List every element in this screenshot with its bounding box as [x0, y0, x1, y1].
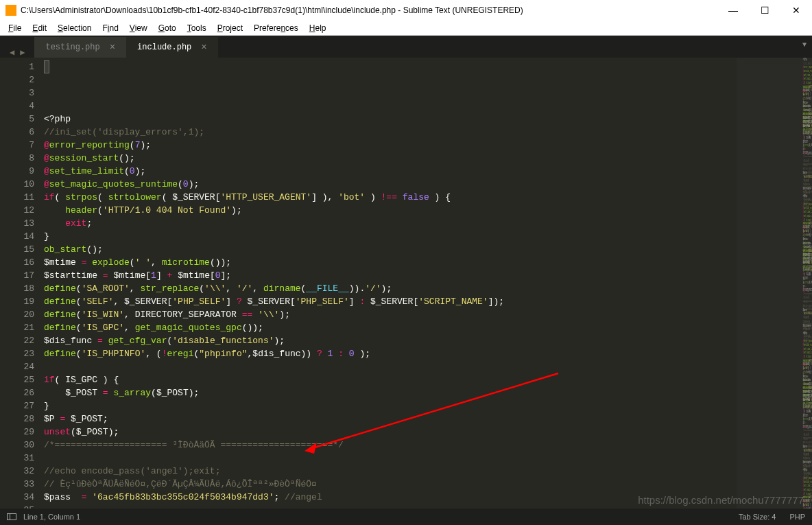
- menu-tools[interactable]: Tools: [182, 22, 212, 34]
- code-line[interactable]: define('IS_WIN', DIRECTORY_SEPARATOR == …: [44, 308, 812, 321]
- statusbar: Line 1, Column 1 Tab Size: 4 PHP: [0, 509, 812, 525]
- line-number: 17: [0, 269, 34, 282]
- line-number: 14: [0, 230, 34, 243]
- line-number: 20: [0, 308, 34, 321]
- line-number: 34: [0, 491, 34, 504]
- line-number: 10: [0, 178, 34, 191]
- side-panel-toggle-icon[interactable]: [7, 513, 16, 520]
- code-line[interactable]: /*===================== ³ÌĐòÅäÖÃ =======…: [44, 439, 812, 452]
- line-number: 27: [0, 399, 34, 412]
- code-line[interactable]: <?php: [44, 113, 812, 126]
- line-number: 21: [0, 321, 34, 334]
- code-line[interactable]: //ini_set('display_errors',1);: [44, 126, 812, 139]
- line-number-gutter[interactable]: 1234567891011121314151617181920212223242…: [0, 58, 44, 509]
- line-number: 9: [0, 165, 34, 178]
- code-line[interactable]: header('HTTP/1.0 404 Not Found');: [44, 204, 812, 217]
- minimize-button[interactable]: —: [717, 0, 749, 21]
- menu-view[interactable]: View: [124, 22, 153, 34]
- menu-file[interactable]: File: [3, 22, 27, 34]
- line-number: 1: [0, 60, 34, 73]
- code-line[interactable]: }: [44, 399, 812, 412]
- code-line[interactable]: if( strpos( strtolower( $_SERVER['HTTP_U…: [44, 191, 812, 204]
- menu-project[interactable]: Project: [212, 22, 248, 34]
- tab-label: testing.php: [45, 43, 99, 52]
- line-number: 33: [0, 478, 34, 491]
- code-line[interactable]: define('IS_GPC', get_magic_quotes_gpc())…: [44, 321, 812, 334]
- window-titlebar: C:\Users\Administrator\Downloads\10b1cf9…: [0, 0, 812, 21]
- menu-goto[interactable]: Goto: [153, 22, 182, 34]
- tab-testing-php[interactable]: testing.php ×: [34, 37, 126, 58]
- line-number: 28: [0, 412, 34, 425]
- line-number: 6: [0, 126, 34, 139]
- line-number: 4: [0, 100, 34, 113]
- close-button[interactable]: ✕: [780, 0, 812, 21]
- line-number: 15: [0, 243, 34, 256]
- tab-include-php[interactable]: include.php ×: [126, 37, 218, 58]
- line-number: 13: [0, 217, 34, 230]
- app-icon: [5, 5, 16, 16]
- tab-overflow-dropdown-icon[interactable]: ▼: [802, 41, 807, 49]
- tab-history-forward-icon[interactable]: ▶: [17, 47, 27, 58]
- window-title: C:\Users\Administrator\Downloads\10b1cf9…: [21, 5, 523, 15]
- code-line[interactable]: // Èç¹ûĐèÒªÃÜÂëÑéÖ¤,ÇëĐ´ĂµÇÂ¼ÃÜÂë,Áô¿ÕÎª…: [44, 478, 812, 491]
- line-number: 25: [0, 373, 34, 386]
- line-number: 5: [0, 113, 34, 126]
- line-number: 11: [0, 191, 34, 204]
- tab-label: include.php: [137, 43, 191, 52]
- code-line[interactable]: define('IS_PHPINFO', (!eregi("phpinfo",$…: [44, 347, 812, 360]
- code-line[interactable]: }: [44, 230, 812, 243]
- code-line[interactable]: $_POST = s_array($_POST);: [803, 140, 812, 144]
- code-line[interactable]: define('SELF', $_SERVER['PHP_SELF'] ? $_…: [44, 295, 812, 308]
- code-line[interactable]: /*===================== ³ÌĐòÅäÖÃ =======…: [803, 156, 812, 160]
- code-line[interactable]: $P = $_POST;: [44, 412, 812, 425]
- editor: 1234567891011121314151617181920212223242…: [0, 58, 812, 509]
- line-number: 31: [0, 452, 34, 465]
- code-line[interactable]: define('IS_PHPINFO', (!eregi("phpinfo",$…: [803, 128, 812, 132]
- line-number: 29: [0, 425, 34, 439]
- code-line[interactable]: @set_magic_quotes_runtime(0);: [44, 178, 812, 191]
- code-line[interactable]: ob_start();: [44, 243, 812, 256]
- code-line[interactable]: [44, 452, 812, 465]
- menu-selection[interactable]: Selection: [52, 22, 97, 34]
- cursor-position[interactable]: Line 1, Column 1: [23, 513, 80, 521]
- code-area[interactable]: <?php//ini_set('display_errors',1);@erro…: [44, 58, 812, 509]
- line-number: 7: [0, 139, 34, 152]
- tab-nav-arrows: ◀ ▶: [0, 47, 34, 58]
- tab-size-indicator[interactable]: Tab Size: 4: [739, 513, 776, 521]
- close-icon[interactable]: ×: [110, 42, 115, 53]
- menu-preferences[interactable]: Preferences: [248, 22, 304, 34]
- line-number: 30: [0, 439, 34, 452]
- close-icon[interactable]: ×: [201, 42, 206, 53]
- line-number: 2: [0, 73, 34, 86]
- menu-edit[interactable]: Edit: [27, 22, 52, 34]
- code-line[interactable]: define('SA_ROOT', str_replace('\\', '/',…: [44, 282, 812, 295]
- tabbar: ◀ ▶ testing.php × include.php × ▼: [0, 36, 812, 58]
- language-indicator[interactable]: PHP: [789, 513, 805, 521]
- code-line[interactable]: $_POST = s_array($_POST);: [44, 386, 812, 399]
- code-line[interactable]: $dis_func = get_cfg_var('disable_functio…: [44, 334, 812, 347]
- code-line[interactable]: $mtime = explode(' ', microtime());: [44, 256, 812, 269]
- line-number: 26: [0, 386, 34, 399]
- line-number: 32: [0, 465, 34, 478]
- watermark: https://blog.csdn.net/mochu7777777: [638, 494, 804, 506]
- code-line[interactable]: exit;: [44, 217, 812, 230]
- code-line[interactable]: @session_start();: [44, 152, 812, 165]
- line-number: 18: [0, 282, 34, 295]
- code-line[interactable]: //echo encode_pass('angel');exit;: [44, 465, 812, 478]
- code-line[interactable]: [44, 360, 812, 373]
- code-line[interactable]: if( IS_GPC ) {: [44, 373, 812, 386]
- maximize-button[interactable]: ☐: [749, 0, 780, 21]
- code-line[interactable]: @error_reporting(7);: [44, 139, 812, 152]
- code-line[interactable]: $starttime = $mtime[1] + $mtime[0];: [44, 269, 812, 282]
- line-number: 3: [0, 86, 34, 100]
- code-line[interactable]: unset($_POST);: [44, 425, 812, 439]
- window-controls: — ☐ ✕: [717, 0, 812, 21]
- menu-help[interactable]: Help: [304, 22, 332, 34]
- menu-find[interactable]: Find: [97, 22, 123, 34]
- minimap[interactable]: <?php//ini_set('display_errors',1);@erro…: [737, 58, 812, 509]
- tab-history-back-icon[interactable]: ◀: [7, 47, 17, 58]
- code-line[interactable]: @set_time_limit(0);: [44, 165, 812, 178]
- line-number: 8: [0, 152, 34, 165]
- line-number: 16: [0, 256, 34, 269]
- line-number: 23: [0, 347, 34, 360]
